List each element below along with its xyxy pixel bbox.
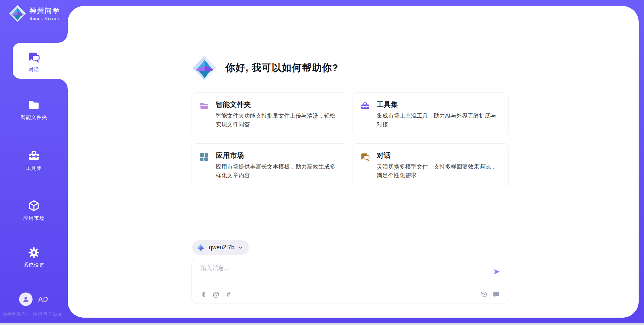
- sidebar-item-label: 工具集: [26, 165, 42, 172]
- hashtag-icon[interactable]: #: [225, 290, 232, 298]
- greeting: 你好, 我可以如何帮助你?: [192, 55, 338, 81]
- active-tab-fillet-bottom: [58, 79, 68, 89]
- user-icon: [22, 295, 30, 303]
- brand-diamond-icon: [9, 5, 26, 22]
- feature-cards: 智能文件夹 智能文件夹功能支持批量文件上传与清洗，轻松实现文件问答 工具集 集成…: [192, 92, 509, 187]
- model-diamond-icon: [197, 243, 205, 252]
- card-title: 应用市场: [216, 151, 338, 159]
- card-description: 集成市场上主流工具，助力AI与外界无缝扩展与对接: [377, 112, 500, 129]
- brand-subtitle: Smart Vision: [30, 16, 60, 20]
- sidebar-item-toolset[interactable]: 工具集: [0, 149, 68, 172]
- sidebar-item-label: 智能文件夹: [20, 114, 47, 121]
- card-description: 应用市场提供丰富长文本模板，助力高效生成多样化文章内容: [216, 162, 338, 180]
- open-folder-icon: [199, 101, 209, 111]
- card-description: 智能文件夹功能支持批量文件上传与清洗，轻松实现文件问答: [216, 112, 338, 129]
- message-input[interactable]: [200, 263, 483, 283]
- sidebar-item-chat[interactable]: 对话: [0, 51, 68, 73]
- window-bottom-edge: [0, 323, 644, 325]
- brand-text: 神州问学 Smart Vision: [30, 6, 60, 20]
- history-icon[interactable]: [480, 290, 488, 298]
- apps-grid-icon: [199, 152, 209, 162]
- sidebar-item-label: 对话: [29, 67, 39, 73]
- gear-icon: [28, 246, 40, 259]
- composer-right-tools: [480, 290, 500, 298]
- message-composer: @ #: [192, 258, 508, 304]
- active-tab-fillet-top: [58, 33, 68, 43]
- mention-icon[interactable]: @: [212, 290, 220, 298]
- sidebar-item-label: 应用市场: [23, 215, 45, 221]
- folder-icon: [28, 99, 40, 111]
- card-description: 灵活切换多模型文件，支持多样回复效果调试，满足个性化需求: [377, 162, 500, 180]
- card-title: 对话: [377, 151, 500, 159]
- cube-icon: [28, 199, 40, 212]
- chat-bubbles-icon: [360, 152, 370, 162]
- composer-tools: @ #: [200, 290, 232, 298]
- avatar: [19, 292, 33, 306]
- send-icon[interactable]: [493, 268, 501, 276]
- toolbox-icon: [360, 101, 370, 111]
- sidebar-item-label: 系统设置: [23, 262, 45, 268]
- attachment-icon[interactable]: [200, 290, 207, 298]
- assistant-diamond-icon: [192, 55, 217, 81]
- card-title: 智能文件夹: [216, 101, 338, 109]
- card-app-market[interactable]: 应用市场 应用市场提供丰富长文本模板，助力高效生成多样化文章内容: [192, 143, 347, 187]
- card-chat[interactable]: 对话 灵活切换多模型文件，支持多样回复效果调试，满足个性化需求: [353, 143, 509, 187]
- card-title: 工具集: [377, 101, 500, 109]
- sidebar-item-app-market[interactable]: 应用市场: [0, 199, 68, 221]
- message-bubble-icon[interactable]: [492, 290, 500, 298]
- chevron-down-icon: [238, 245, 243, 250]
- user-profile[interactable]: AD: [19, 292, 48, 306]
- composer-divider: [200, 285, 500, 285]
- card-smart-folder[interactable]: 智能文件夹 智能文件夹功能支持批量文件上传与清洗，轻松实现文件问答: [192, 92, 347, 136]
- model-selector[interactable]: qwen2:7b: [192, 240, 249, 255]
- chat-bubbles-icon: [28, 51, 40, 64]
- sidebar-item-smart-folder[interactable]: 智能文件夹: [0, 99, 68, 121]
- brand-title: 神州问学: [30, 6, 60, 15]
- greeting-text: 你好, 我可以如何帮助你?: [225, 61, 338, 75]
- copyright-footer: ©神州数码 · 神州问学出品: [3, 311, 63, 317]
- sidebar-item-settings[interactable]: 系统设置: [0, 246, 68, 268]
- brand: 神州问学 Smart Vision: [9, 5, 60, 22]
- model-name: qwen2:7b: [209, 244, 234, 251]
- sidebar: 神州问学 Smart Vision 对话 智能文件夹 工具集: [0, 0, 68, 325]
- card-toolset[interactable]: 工具集 集成市场上主流工具，助力AI与外界无缝扩展与对接: [353, 92, 509, 136]
- toolbox-icon: [28, 149, 40, 162]
- user-name: AD: [38, 296, 48, 303]
- main-panel: 你好, 我可以如何帮助你? 智能文件夹 智能文件夹功能支持批量文件上传与清洗，轻…: [68, 6, 639, 318]
